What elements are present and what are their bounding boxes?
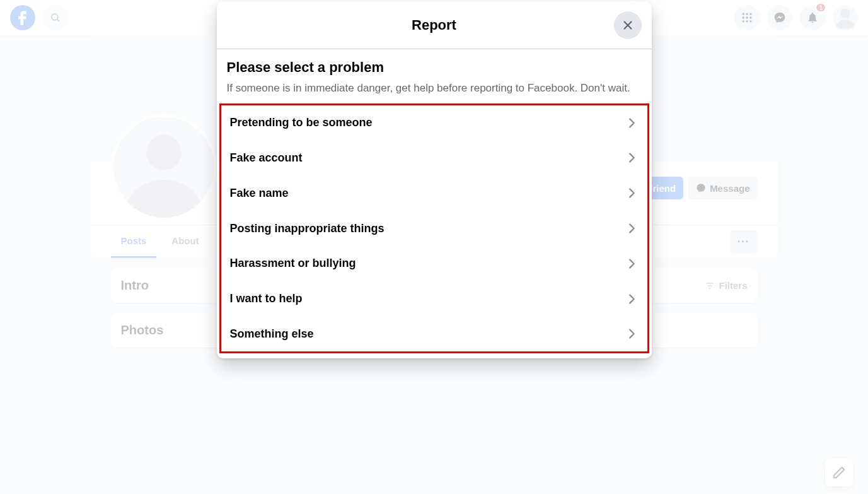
close-icon [621, 18, 635, 32]
modal-subtext: If someone is in immediate danger, get h… [227, 81, 642, 96]
option-harassment[interactable]: Harassment or bullying [221, 246, 647, 281]
option-posting-inappropriate[interactable]: Posting inappropriate things [221, 211, 647, 246]
chevron-right-icon [625, 292, 639, 306]
option-label: Harassment or bullying [230, 257, 356, 270]
option-pretending[interactable]: Pretending to be someone [221, 105, 647, 141]
modal-body-intro: Please select a problem If someone is in… [217, 49, 652, 101]
modal-title: Report [412, 17, 456, 33]
option-fake-name[interactable]: Fake name [221, 175, 647, 211]
chevron-right-icon [625, 257, 639, 271]
chevron-right-icon [625, 116, 639, 130]
option-fake-account[interactable]: Fake account [221, 141, 647, 176]
option-label: Pretending to be someone [230, 116, 373, 129]
chevron-right-icon [625, 221, 639, 235]
report-options-highlighted: Pretending to be someone Fake account Fa… [219, 103, 649, 353]
modal-heading: Please select a problem [227, 59, 642, 76]
chevron-right-icon [625, 186, 639, 200]
option-want-to-help[interactable]: I want to help [221, 281, 647, 317]
report-modal: Report Please select a problem If someon… [217, 1, 652, 358]
option-something-else[interactable]: Something else [221, 316, 647, 351]
option-label: Posting inappropriate things [230, 222, 385, 235]
modal-header: Report [217, 1, 652, 49]
chevron-right-icon [625, 327, 639, 341]
option-label: Fake account [230, 151, 303, 165]
option-label: Something else [230, 327, 314, 341]
option-label: I want to help [230, 292, 303, 305]
chevron-right-icon [625, 151, 639, 165]
close-button[interactable] [614, 11, 642, 39]
option-label: Fake name [230, 187, 289, 200]
